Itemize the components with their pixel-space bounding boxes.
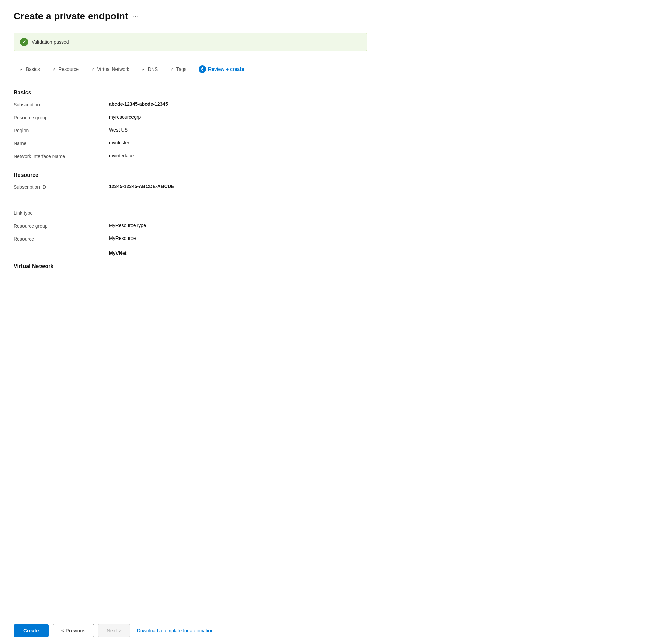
- tab-check-virtual-network: ✓: [91, 66, 95, 72]
- value-name: mycluster: [109, 140, 129, 145]
- field-empty-gap: [14, 197, 367, 206]
- tab-basics[interactable]: ✓ Basics: [14, 63, 46, 76]
- field-subscription-id: Subscription ID 12345-12345-ABCDE-ABCDE: [14, 184, 367, 193]
- field-myvnet-pre: MyVNet: [14, 250, 367, 260]
- label-link-type: Link type: [14, 210, 109, 216]
- value-resource-group-resource: MyResourceType: [109, 223, 146, 228]
- tab-badge-review-create: 6: [199, 65, 206, 73]
- validation-banner: Validation passed: [14, 33, 367, 51]
- value-subscription-id: 12345-12345-ABCDE-ABCDE: [109, 184, 174, 189]
- section-title-resource: Resource: [14, 172, 367, 178]
- field-resource-group-basics: Resource group myresourcegrp: [14, 114, 367, 124]
- label-subscription: Subscription: [14, 101, 109, 107]
- tab-label-virtual-network: Virtual Network: [97, 66, 129, 72]
- label-subscription-id: Subscription ID: [14, 184, 109, 190]
- label-resource-group-resource: Resource group: [14, 223, 109, 229]
- value-myvnet-pre: MyVNet: [109, 250, 126, 256]
- tab-check-dns: ✓: [142, 66, 146, 72]
- tab-label-dns: DNS: [148, 66, 158, 72]
- tab-review-create[interactable]: 6 Review + create: [192, 62, 250, 77]
- field-network-interface-name: Network Interface Name myinterface: [14, 153, 367, 163]
- next-button: Next >: [98, 624, 130, 637]
- field-resource: Resource MyResource: [14, 235, 367, 245]
- create-button[interactable]: Create: [14, 624, 49, 637]
- validation-text: Validation passed: [32, 39, 69, 45]
- value-subscription: abcde-12345-abcde-12345: [109, 101, 168, 107]
- field-name: Name mycluster: [14, 140, 367, 150]
- label-resource-group-basics: Resource group: [14, 114, 109, 120]
- label-myvnet-pre: [14, 250, 109, 251]
- ellipsis-menu[interactable]: ···: [132, 13, 139, 20]
- download-template-link[interactable]: Download a template for automation: [137, 628, 214, 633]
- page-title-row: Create a private endpoint ···: [14, 11, 367, 22]
- page-title: Create a private endpoint: [14, 11, 128, 22]
- label-resource: Resource: [14, 235, 109, 242]
- validation-check-icon: [20, 38, 28, 46]
- tab-label-review-create: Review + create: [208, 66, 244, 72]
- bottom-bar: Create < Previous Next > Download a temp…: [0, 617, 380, 644]
- field-subscription: Subscription abcde-12345-abcde-12345: [14, 101, 367, 111]
- tab-label-basics: Basics: [26, 66, 40, 72]
- tab-check-tags: ✓: [170, 66, 174, 72]
- content-area: Basics Subscription abcde-12345-abcde-12…: [14, 90, 367, 316]
- tab-check-resource: ✓: [52, 66, 56, 72]
- tab-dns[interactable]: ✓ DNS: [136, 63, 164, 76]
- tab-label-resource: Resource: [58, 66, 79, 72]
- value-network-interface-name: myinterface: [109, 153, 134, 158]
- value-resource-group-basics: myresourcegrp: [109, 114, 141, 120]
- value-region: West US: [109, 127, 128, 133]
- field-region: Region West US: [14, 127, 367, 137]
- field-link-type: Link type: [14, 210, 367, 219]
- tab-check-basics: ✓: [20, 66, 24, 72]
- label-region: Region: [14, 127, 109, 133]
- label-network-interface-name: Network Interface Name: [14, 153, 109, 159]
- tab-virtual-network[interactable]: ✓ Virtual Network: [85, 63, 136, 76]
- value-resource: MyResource: [109, 235, 136, 241]
- tabs-row: ✓ Basics ✓ Resource ✓ Virtual Network ✓ …: [14, 62, 367, 77]
- section-title-virtual-network: Virtual Network: [14, 263, 367, 270]
- section-title-basics: Basics: [14, 90, 367, 96]
- previous-button[interactable]: < Previous: [53, 624, 94, 637]
- tab-tags[interactable]: ✓ Tags: [164, 63, 192, 76]
- tab-resource[interactable]: ✓ Resource: [46, 63, 85, 76]
- label-name: Name: [14, 140, 109, 146]
- field-resource-group-resource: Resource group MyResourceType: [14, 223, 367, 232]
- tab-label-tags: Tags: [176, 66, 186, 72]
